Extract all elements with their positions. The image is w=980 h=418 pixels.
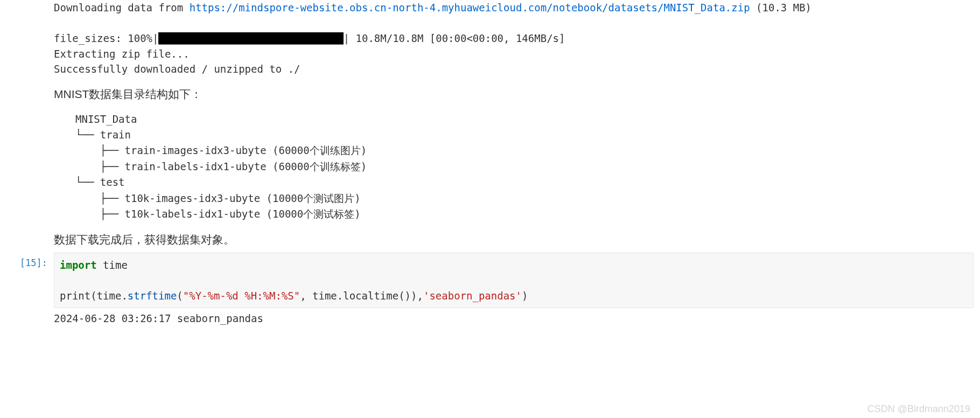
tree-line: ├── t10k-images-idx3-ubyte (10000个测试图片) [75, 192, 361, 204]
tree-line: ├── t10k-labels-idx1-ubyte (10000个测试标签) [75, 208, 361, 220]
tree-line: ├── train-images-idx3-ubyte (60000个训练图片) [75, 144, 367, 156]
notebook-document: Downloading data from https://mindspore-… [0, 0, 980, 335]
tree-line: └── test [75, 176, 125, 188]
done-line: Successfully downloaded / unzipped to ./ [54, 63, 300, 75]
markdown-text-1: MNIST数据集目录结构如下： [0, 87, 980, 102]
progress-label: file_sizes: 100%| [54, 32, 158, 44]
cell-output-download: Downloading data from https://mindspore-… [0, 0, 980, 77]
fn-strftime: strftime [128, 290, 177, 302]
directory-tree: MNIST_Data └── train ├── train-images-id… [0, 112, 980, 222]
progress-stats: | 10.8M/10.8M [00:00<00:00, 146MB/s] [344, 32, 565, 44]
extract-line: Extracting zip file... [54, 48, 190, 60]
download-url-link[interactable]: https://mindspore-website.obs.cn-north-4… [190, 2, 750, 13]
code-cell-input[interactable]: import time print(time.strftime("%Y-%m-%… [54, 253, 974, 309]
tree-line: └── train [75, 129, 131, 141]
code-cell-row: [15]: import time print(time.strftime("%… [0, 253, 980, 309]
download-text-prefix: Downloading data from [54, 2, 190, 13]
input-prompt: [15]: [0, 253, 54, 309]
code-text: , time.localtime()), [300, 290, 423, 302]
tree-line: ├── train-labels-idx1-ubyte (60000个训练标签) [75, 161, 367, 172]
code-text: (time. [90, 290, 128, 302]
tree-line: MNIST_Data [75, 113, 137, 125]
keyword-import: import [60, 259, 97, 271]
code-text: ( [177, 290, 183, 302]
module-time: time [97, 259, 128, 271]
progress-bar: ██████████████████████████████ [158, 32, 343, 44]
output-row: 2024-06-28 03:26:17 seaborn_pandas [0, 311, 980, 324]
cell-output-text: 2024-06-28 03:26:17 seaborn_pandas [54, 311, 980, 324]
markdown-text-2: 数据下载完成后，获得数据集对象。 [0, 232, 980, 247]
code-text: ) [522, 290, 528, 302]
fn-print: print [60, 290, 90, 302]
string-format: "%Y-%m-%d %H:%M:%S" [183, 290, 300, 302]
output-prompt-spacer [0, 311, 54, 324]
string-seaborn: 'seaborn_pandas' [423, 290, 522, 302]
download-text-suffix: (10.3 MB) [750, 2, 811, 13]
